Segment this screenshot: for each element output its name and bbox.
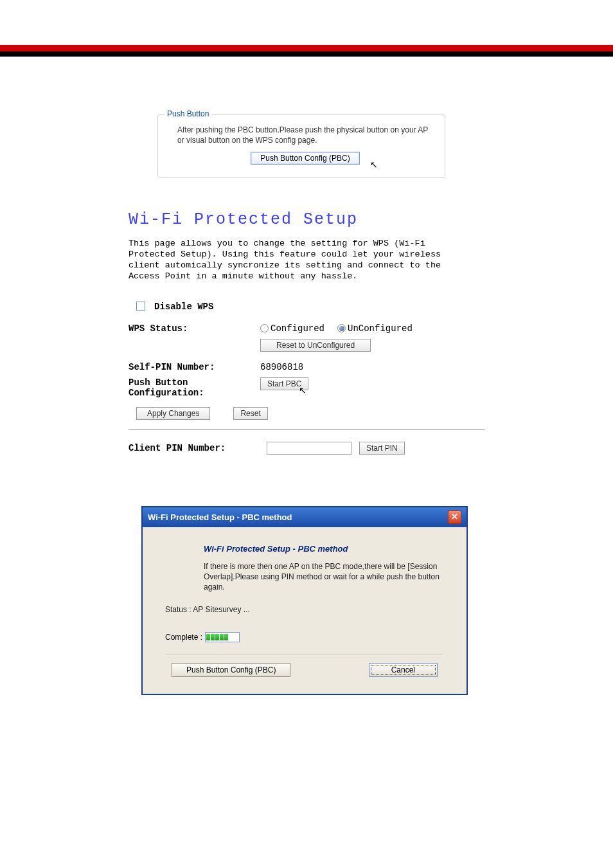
dialog-heading: Wi-Fi Protected Setup - PBC method bbox=[204, 544, 444, 554]
push-button-config-button[interactable]: Push Button Config (PBC) bbox=[251, 152, 359, 165]
push-button-legend: Push Button bbox=[164, 109, 211, 118]
push-button-fieldset: Push Button After pushing the PBC button… bbox=[157, 114, 445, 178]
progress-bar bbox=[205, 632, 240, 642]
self-pin-label: Self-PIN Number: bbox=[129, 362, 260, 372]
dialog-cancel-button[interactable]: Cancel bbox=[369, 663, 438, 677]
complete-label: Complete : bbox=[165, 633, 202, 642]
radio-off-icon bbox=[260, 324, 269, 332]
wps-status-label: WPS Status: bbox=[129, 323, 260, 334]
close-icon[interactable]: ✕ bbox=[448, 511, 461, 524]
page-header-bar bbox=[0, 45, 613, 57]
disable-wps-label: Disable WPS bbox=[154, 302, 213, 312]
dialog-separator bbox=[165, 654, 444, 655]
client-pin-input[interactable] bbox=[267, 442, 351, 455]
dialog-body-text: If there is more then one AP on the PBC … bbox=[204, 561, 441, 593]
page-description: This page allows you to change the setti… bbox=[129, 239, 475, 282]
pbc-config-label: Push Button Configuration: bbox=[129, 377, 260, 398]
cursor-icon: ↖ bbox=[370, 159, 378, 170]
radio-on-icon bbox=[337, 324, 346, 332]
client-pin-label: Client PIN Number: bbox=[129, 443, 267, 453]
pbc-dialog: Wi-Fi Protected Setup - PBC method ✕ Wi-… bbox=[141, 506, 468, 696]
self-pin-value: 68906818 bbox=[260, 362, 303, 372]
separator bbox=[129, 429, 484, 430]
start-pbc-button[interactable]: Start PBC bbox=[260, 377, 308, 390]
reset-to-unconfigured-button[interactable]: Reset to UnConfigured bbox=[260, 339, 371, 352]
progress-segment bbox=[224, 634, 228, 640]
dialog-pbc-button[interactable]: Push Button Config (PBC) bbox=[172, 663, 290, 677]
progress-segment bbox=[206, 634, 210, 640]
start-pin-button[interactable]: Start PIN bbox=[359, 442, 405, 455]
configured-radio-label: Configured bbox=[271, 323, 324, 334]
checkbox-empty-icon bbox=[136, 302, 145, 311]
disable-wps-checkbox[interactable] bbox=[136, 302, 154, 311]
push-button-description: After pushing the PBC button.Please push… bbox=[177, 125, 433, 145]
configured-radio[interactable]: Configured bbox=[260, 323, 324, 334]
unconfigured-radio-label: UnConfigured bbox=[348, 323, 413, 334]
progress-segment bbox=[211, 634, 215, 640]
dialog-status-text: Status : AP Sitesurvey ... bbox=[165, 605, 444, 614]
reset-button[interactable]: Reset bbox=[233, 407, 267, 420]
dialog-title: Wi-Fi Protected Setup - PBC method bbox=[148, 512, 292, 522]
unconfigured-radio[interactable]: UnConfigured bbox=[337, 323, 413, 334]
page-title: Wi-Fi Protected Setup bbox=[129, 210, 484, 229]
progress-segment bbox=[215, 634, 219, 640]
apply-changes-button[interactable]: Apply Changes bbox=[136, 407, 210, 420]
progress-segment bbox=[220, 634, 224, 640]
